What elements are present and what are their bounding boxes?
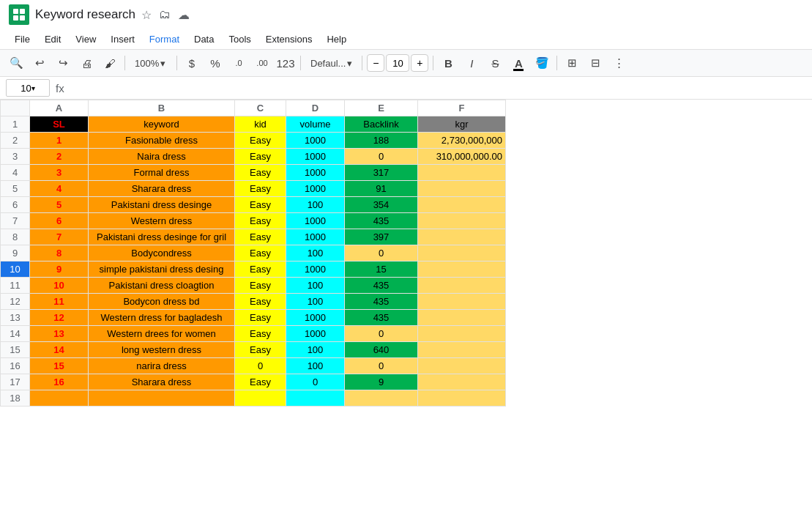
font-size-display[interactable]: 10 <box>386 54 409 72</box>
row-num-8[interactable]: 8 <box>1 229 30 245</box>
cell-kid-7[interactable]: Easy <box>235 213 286 229</box>
row-num-15[interactable]: 15 <box>1 342 30 358</box>
cell-volume-8[interactable]: 1000 <box>286 229 345 245</box>
cell-keyword-8[interactable]: Pakistani dress desinge for gril <box>89 229 235 245</box>
header-volume[interactable]: volume <box>286 116 345 133</box>
cell-kgr-10[interactable] <box>418 261 506 278</box>
decimal-decrease-button[interactable]: .00 <box>252 53 272 73</box>
percent-button[interactable]: % <box>205 53 226 73</box>
row-num-12[interactable]: 12 <box>1 294 30 310</box>
cell-kid-17[interactable]: Easy <box>235 374 286 390</box>
cell-keyword-6[interactable]: Pakistani dress desinge <box>89 197 235 213</box>
row-num-1[interactable]: 1 <box>1 116 30 133</box>
cell-backlink-18[interactable] <box>345 390 418 407</box>
col-header-e[interactable]: E <box>345 100 418 116</box>
cell-ref-chevron[interactable]: ▾ <box>31 84 35 92</box>
cell-sl-13[interactable]: 12 <box>30 310 89 326</box>
cell-kgr-9[interactable] <box>418 245 506 261</box>
print-icon[interactable]: 🖨 <box>76 53 97 73</box>
strikethrough-button[interactable]: S <box>485 53 505 73</box>
menu-view[interactable]: View <box>70 31 102 48</box>
borders-button[interactable]: ⊞ <box>562 53 582 73</box>
header-kgr[interactable]: kgr <box>418 116 506 133</box>
row-num-18[interactable]: 18 <box>1 390 30 407</box>
cell-keyword-13[interactable]: Western dress for bagladesh <box>89 310 235 326</box>
cell-kgr-6[interactable] <box>418 197 506 213</box>
cell-keyword-12[interactable]: Bodycon dress bd <box>89 294 235 310</box>
cell-backlink-2[interactable]: 188 <box>345 133 418 149</box>
cell-backlink-15[interactable]: 640 <box>345 342 418 358</box>
cell-kid-9[interactable]: Easy <box>235 245 286 261</box>
col-header-b[interactable]: B <box>89 100 235 116</box>
cell-kgr-8[interactable] <box>418 229 506 245</box>
row-num-11[interactable]: 11 <box>1 278 30 294</box>
row-num-4[interactable]: 4 <box>1 165 30 181</box>
col-header-f[interactable]: F <box>418 100 506 116</box>
cell-sl-7[interactable]: 6 <box>30 213 89 229</box>
cell-backlink-12[interactable]: 435 <box>345 294 418 310</box>
cell-kid-11[interactable]: Easy <box>235 278 286 294</box>
cell-kid-15[interactable]: Easy <box>235 342 286 358</box>
cell-backlink-17[interactable]: 9 <box>345 374 418 390</box>
cell-backlink-13[interactable]: 435 <box>345 310 418 326</box>
cell-volume-16[interactable]: 100 <box>286 358 345 374</box>
cell-keyword-7[interactable]: Western dress <box>89 213 235 229</box>
cell-kid-10[interactable]: Easy <box>235 261 286 278</box>
cell-volume-17[interactable]: 0 <box>286 374 345 390</box>
cell-keyword-11[interactable]: Pakistani dress cloagtion <box>89 278 235 294</box>
cell-kid-8[interactable]: Easy <box>235 229 286 245</box>
header-sl[interactable]: SL <box>30 116 89 133</box>
row-num-5[interactable]: 5 <box>1 181 30 197</box>
cell-sl-6[interactable]: 5 <box>30 197 89 213</box>
cell-sl-11[interactable]: 10 <box>30 278 89 294</box>
cell-kid-16[interactable]: 0 <box>235 358 286 374</box>
cell-sl-16[interactable]: 15 <box>30 358 89 374</box>
col-header-d[interactable]: D <box>286 100 345 116</box>
cell-keyword-15[interactable]: long western dress <box>89 342 235 358</box>
cell-kgr-5[interactable] <box>418 181 506 197</box>
bold-button[interactable]: B <box>438 53 458 73</box>
cell-backlink-16[interactable]: 0 <box>345 358 418 374</box>
cell-kid-6[interactable]: Easy <box>235 197 286 213</box>
cell-volume-14[interactable]: 1000 <box>286 326 345 342</box>
cell-kgr-4[interactable] <box>418 165 506 181</box>
cell-kid-4[interactable]: Easy <box>235 165 286 181</box>
menu-file[interactable]: File <box>9 31 36 48</box>
cell-volume-4[interactable]: 1000 <box>286 165 345 181</box>
cell-keyword-16[interactable]: narira dress <box>89 358 235 374</box>
cell-backlink-14[interactable]: 0 <box>345 326 418 342</box>
cell-kid-3[interactable]: Easy <box>235 149 286 165</box>
cell-kgr-14[interactable] <box>418 326 506 342</box>
cell-kgr-11[interactable] <box>418 278 506 294</box>
cell-volume-10[interactable]: 1000 <box>286 261 345 278</box>
cell-sl-5[interactable]: 4 <box>30 181 89 197</box>
cell-keyword-5[interactable]: Sharara dress <box>89 181 235 197</box>
cell-keyword-3[interactable]: Naira dress <box>89 149 235 165</box>
cell-volume-5[interactable]: 1000 <box>286 181 345 197</box>
col-header-a[interactable]: A <box>30 100 89 116</box>
cell-keyword-14[interactable]: Western drees for women <box>89 326 235 342</box>
cell-volume-15[interactable]: 100 <box>286 342 345 358</box>
cell-sl-15[interactable]: 14 <box>30 342 89 358</box>
cell-sl-12[interactable]: 11 <box>30 294 89 310</box>
cell-backlink-6[interactable]: 354 <box>345 197 418 213</box>
cell-backlink-8[interactable]: 397 <box>345 229 418 245</box>
cell-keyword-10[interactable]: simple pakistani dress desing <box>89 261 235 278</box>
row-num-9[interactable]: 9 <box>1 245 30 261</box>
cell-kid-13[interactable]: Easy <box>235 310 286 326</box>
cell-kgr-15[interactable] <box>418 342 506 358</box>
cell-kid-18[interactable] <box>235 390 286 407</box>
cell-reference-box[interactable]: 10 ▾ <box>6 79 50 97</box>
cell-sl-10[interactable]: 9 <box>30 261 89 278</box>
spreadsheet-title[interactable]: Keyword research <box>35 7 135 22</box>
merge-cells-button[interactable]: ⊟ <box>585 53 606 73</box>
col-header-c[interactable]: C <box>235 100 286 116</box>
row-num-10[interactable]: 10 <box>1 261 30 278</box>
star-icon[interactable]: ☆ <box>141 8 152 22</box>
cell-sl-8[interactable]: 7 <box>30 229 89 245</box>
cell-kid-2[interactable]: Easy <box>235 133 286 149</box>
cell-sl-3[interactable]: 2 <box>30 149 89 165</box>
row-num-2[interactable]: 2 <box>1 133 30 149</box>
text-color-button[interactable]: A <box>508 53 529 73</box>
cell-kgr-18[interactable] <box>418 390 506 407</box>
